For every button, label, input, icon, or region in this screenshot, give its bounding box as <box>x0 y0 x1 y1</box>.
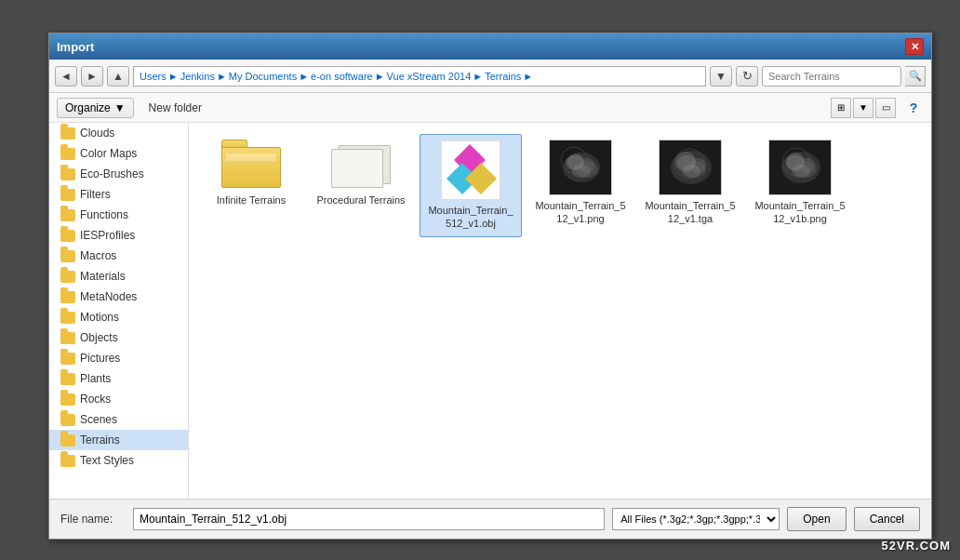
sidebar-label: Macros <box>80 249 116 262</box>
address-path[interactable]: Users ► Jenkins ► My Documents ► e-on so… <box>133 66 706 87</box>
svg-point-17 <box>682 165 700 178</box>
folder-icon <box>60 373 75 385</box>
new-folder-button[interactable]: New folder <box>141 99 209 117</box>
file-label: Mountain_Terrain_512_v1.png <box>535 199 626 226</box>
sidebar-item-motions[interactable]: Motions <box>49 307 188 327</box>
folder-icon <box>60 148 75 160</box>
help-button[interactable]: ? <box>903 98 924 118</box>
file-item-mountain-tga[interactable]: Mountain_Terrain_512_v1.tga <box>639 134 741 237</box>
folder-icon <box>60 230 75 242</box>
path-part-1[interactable]: Jenkins <box>180 71 215 82</box>
sidebar-label: Motions <box>80 311 119 324</box>
watermark: 52VR.COM <box>882 539 951 553</box>
import-dialog: Import ✕ ◄ ► ▲ Users ► Jenkins ► My Docu… <box>48 33 932 540</box>
sidebar-label: Color Maps <box>80 147 137 160</box>
folder-icon <box>60 414 75 426</box>
file-item-mountain-obj[interactable]: Mountain_Terrain_512_v1.obj <box>420 134 522 237</box>
obj-icon <box>441 140 500 200</box>
path-part-0[interactable]: Users <box>140 71 167 82</box>
sidebar-item-scenes[interactable]: Scenes <box>49 409 188 430</box>
search-input[interactable] <box>762 66 901 87</box>
sidebar-item-macros[interactable]: Macros <box>49 246 188 266</box>
up-button[interactable]: ▲ <box>107 66 129 87</box>
file-item-mountain-png[interactable]: Mountain_Terrain_512_v1.png <box>529 134 632 237</box>
forward-button[interactable]: ► <box>81 66 103 87</box>
folder-icon <box>60 393 75 406</box>
organize-arrow: ▼ <box>114 101 126 114</box>
folder-large-icon <box>221 140 281 188</box>
sidebar-item-objects[interactable]: Objects <box>49 327 188 348</box>
file-label: Mountain_Terrain_512_v1.tga <box>645 199 736 226</box>
sidebar-item-filters[interactable]: Filters <box>49 184 188 205</box>
filename-input[interactable] <box>133 508 605 530</box>
file-label: Mountain_Terrain_512_v1b.png <box>754 199 846 226</box>
file-label: Infinite Terrains <box>217 193 286 207</box>
sidebar-item-materials[interactable]: Materials <box>49 266 188 287</box>
folder-icon <box>60 250 75 262</box>
sidebar-label: Pictures <box>80 352 120 365</box>
folder-icon <box>60 189 75 201</box>
sidebar-label: Clouds <box>80 127 114 140</box>
folder-icon <box>60 127 75 140</box>
view-dropdown-button[interactable]: ▼ <box>853 98 873 118</box>
dropdown-button[interactable]: ▼ <box>710 66 732 87</box>
sidebar-label: MetaNodes <box>80 290 137 303</box>
title-bar: Import ✕ <box>49 33 931 60</box>
sidebar-label: Functions <box>80 208 128 221</box>
sidebar-label: Filters <box>80 188 111 201</box>
folder-icon <box>60 455 75 467</box>
sidebar-item-terrains[interactable]: Terrains <box>49 430 188 450</box>
image-thumbnail <box>549 140 612 195</box>
sidebar-label: Eco-Brushes <box>80 167 144 180</box>
filetype-select[interactable]: All Files (*.3g2;*.3gp;*.3gpp;*.3g <box>612 508 780 530</box>
path-part-2[interactable]: My Documents <box>229 71 297 82</box>
sidebar-item-rocks[interactable]: Rocks <box>49 389 188 409</box>
sidebar-item-eco-brushes[interactable]: Eco-Brushes <box>49 164 188 184</box>
filename-label: File name: <box>60 513 126 526</box>
sidebar-item-pictures[interactable]: Pictures <box>49 348 188 368</box>
folder-icon <box>60 168 75 180</box>
sidebar-item-clouds[interactable]: Clouds <box>49 123 188 143</box>
svg-point-8 <box>572 165 591 178</box>
sidebar-item-ies-profiles[interactable]: IESProfiles <box>49 225 188 246</box>
file-item-mountain-v1b-png[interactable]: Mountain_Terrain_512_v1b.png <box>749 134 851 237</box>
folder-icon <box>60 209 75 221</box>
organize-button[interactable]: Organize ▼ <box>57 98 134 118</box>
bottom-bar: File name: All Files (*.3g2;*.3gp;*.3gpp… <box>49 499 931 539</box>
file-label: Procedural Terrains <box>316 193 405 207</box>
proc-folder-icon <box>331 140 391 188</box>
sidebar-label: Objects <box>80 331 118 344</box>
file-label: Mountain_Terrain_512_v1.obj <box>426 204 515 231</box>
sidebar: CloudsColor MapsEco-BrushesFiltersFuncti… <box>49 123 189 499</box>
sidebar-label: IESProfiles <box>80 229 135 242</box>
organize-label: Organize <box>65 101 111 114</box>
open-button[interactable]: Open <box>787 507 846 531</box>
search-icon[interactable]: 🔍 <box>905 66 926 87</box>
back-button[interactable]: ◄ <box>55 66 77 87</box>
sidebar-item-plants[interactable]: Plants <box>49 368 188 389</box>
refresh-button[interactable]: ↻ <box>736 66 758 87</box>
sidebar-item-functions[interactable]: Functions <box>49 205 188 225</box>
file-item-procedural-terrains[interactable]: Procedural Terrains <box>310 134 412 237</box>
address-bar: ◄ ► ▲ Users ► Jenkins ► My Documents ► e… <box>49 60 931 93</box>
sidebar-item-color-maps[interactable]: Color Maps <box>49 143 188 164</box>
sidebar-label: Scenes <box>80 413 117 426</box>
sidebar-item-meta-nodes[interactable]: MetaNodes <box>49 287 188 307</box>
path-part-4[interactable]: Vue xStream 2014 <box>387 71 472 82</box>
sidebar-label: Terrains <box>80 433 120 447</box>
image-thumbnail <box>659 140 722 195</box>
path-part-3[interactable]: e-on software <box>311 71 373 82</box>
sidebar-label: Rocks <box>80 393 111 406</box>
folder-icon <box>60 353 75 365</box>
dialog-title: Import <box>57 40 905 54</box>
toolbar: Organize ▼ New folder ⊞ ▼ ▭ ? <box>49 93 931 123</box>
view-icons-button[interactable]: ⊞ <box>831 98 851 118</box>
cancel-button[interactable]: Cancel <box>854 507 920 531</box>
svg-point-26 <box>792 165 810 178</box>
view-details-button[interactable]: ▭ <box>875 98 896 118</box>
folder-icon <box>60 271 75 283</box>
file-item-infinite-terrains[interactable]: Infinite Terrains <box>200 134 302 237</box>
sidebar-item-text-styles[interactable]: Text Styles <box>49 450 188 471</box>
close-button[interactable]: ✕ <box>905 38 924 55</box>
path-part-5[interactable]: Terrains <box>485 71 521 82</box>
